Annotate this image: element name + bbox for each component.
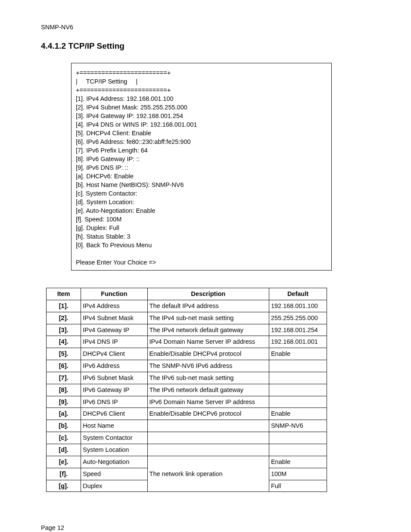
- terminal-line: [4]. IPv4 DNS or WINS IP: 192.168.001.00…: [76, 120, 327, 129]
- th-function: Function: [81, 288, 147, 300]
- table-header-row: Item Function Description Default: [47, 288, 327, 300]
- cell-item: [7].: [47, 372, 81, 384]
- cell-item: [2].: [47, 312, 81, 324]
- table-row: [4]. IPv4 DNS IP IPv4 Domain Name Server…: [47, 336, 327, 348]
- cell-item: [8].: [47, 384, 81, 396]
- cell-default: 192.168.001.254: [269, 324, 327, 336]
- settings-table: Item Function Description Default [1]. I…: [46, 288, 327, 492]
- table-row: [a]. DHCPv6 Client Enable/Disable DHCPv6…: [47, 408, 327, 420]
- cell-description: The IPv4 network default gateway: [147, 324, 269, 336]
- cell-default: 100M: [269, 468, 327, 480]
- cell-item: [3].: [47, 324, 81, 336]
- table-row: [9]. IPv6 DNS IP IPv6 Domain Name Server…: [47, 396, 327, 408]
- cell-default: 255.255.255.000: [269, 312, 327, 324]
- cell-function: DHCPv6 Client: [81, 408, 147, 420]
- cell-function: IPv6 Address: [81, 360, 147, 372]
- cell-default: [269, 444, 327, 456]
- table-row: [2]. IPv4 Subnet Mask The IPv4 sub-net m…: [47, 312, 327, 324]
- cell-item: [4].: [47, 336, 81, 348]
- terminal-title-row: | TCP/IP Setting |: [76, 77, 327, 86]
- cell-description: [147, 432, 269, 444]
- th-item: Item: [47, 288, 81, 300]
- cell-function: IPv6 DNS IP: [81, 396, 147, 408]
- cell-item: [a].: [47, 408, 81, 420]
- cell-description: [147, 444, 269, 456]
- cell-item: [6].: [47, 360, 81, 372]
- cell-default: [269, 432, 327, 444]
- cell-default: Full: [269, 480, 327, 492]
- cell-description: IPv4 Domain Name Server IP address: [147, 336, 269, 348]
- cell-item: [g].: [47, 480, 81, 492]
- terminal-prompt: Please Enter Your Choice =>: [76, 258, 327, 267]
- cell-description: The IPv4 sub-net mask setting: [147, 312, 269, 324]
- cell-function: Speed: [81, 468, 147, 480]
- table-row: [8]. IPv6 Gateway IP The IPv6 network de…: [47, 384, 327, 396]
- cell-default: 192.168.001.001: [269, 336, 327, 348]
- th-description: Description: [147, 288, 269, 300]
- table-row: [d]. System Location: [47, 444, 327, 456]
- cell-default: [269, 360, 327, 372]
- terminal-line: [8]. IPv6 Gateway IP: ::: [76, 155, 327, 163]
- terminal-border-bot: +========================+: [76, 86, 327, 94]
- terminal-line: [3]. IPv4 Gateway IP: 192.168.001.254: [76, 112, 327, 120]
- terminal-line: [1]. IPv4 Address: 192.168.001.100: [76, 94, 327, 103]
- table-row: [6]. IPv6 Address The SNMP-NV6 IPv6 addr…: [47, 360, 327, 372]
- cell-description: The default IPv4 address: [147, 300, 269, 312]
- terminal-line: [h]. Status Stable: 3: [76, 232, 327, 241]
- cell-function: System Location: [81, 444, 147, 456]
- cell-function: IPv6 Subnet Mask: [81, 372, 147, 384]
- cell-description: Enable/Disable DHCPv6 protocol: [147, 408, 269, 420]
- cell-item: [e].: [47, 456, 81, 468]
- terminal-line: [g]. Duplex: Full: [76, 224, 327, 232]
- cell-description: The IPv6 sub-net mask setting: [147, 372, 269, 384]
- terminal-line: [5]. DHCPv4 Client: Enable: [76, 129, 327, 137]
- cell-description: The IPv6 network default gateway: [147, 384, 269, 396]
- terminal-line: [a]. DHCPv6: Enable: [76, 172, 327, 180]
- cell-default: [269, 396, 327, 408]
- terminal-line: [f]. Speed: 100M: [76, 215, 327, 224]
- cell-item: [d].: [47, 444, 81, 456]
- cell-item: [f].: [47, 468, 81, 480]
- cell-function: IPv4 DNS IP: [81, 336, 147, 348]
- table-row: [1]. IPv4 Address The default IPv4 addre…: [47, 300, 327, 312]
- terminal-line: [c]. System Contactor:: [76, 189, 327, 198]
- terminal-line: [6]. IPv6 Address: fe80::230:abff:fe25:9…: [76, 137, 327, 146]
- terminal-line: [0]. Back To Previous Menu: [76, 241, 327, 249]
- cell-function: IPv4 Address: [81, 300, 147, 312]
- cell-item: [5].: [47, 348, 81, 360]
- cell-description: Enable/Disable DHCPv4 protocol: [147, 348, 269, 360]
- cell-function: Host Name: [81, 420, 147, 432]
- th-default: Default: [269, 288, 327, 300]
- terminal-line: [d]. System Location:: [76, 198, 327, 206]
- terminal-line: [b]. Host Name (NetBIOS): SNMP-NV6: [76, 180, 327, 189]
- cell-function: Auto-Negotiation: [81, 456, 147, 468]
- page-header: SNMP-NV6: [41, 24, 370, 31]
- cell-description: [147, 420, 269, 432]
- terminal-line: [2]. IPv4 Subnet Mask: 255.255.255.000: [76, 103, 327, 112]
- terminal-line: [9]. IPv6 DNS IP: ::: [76, 163, 327, 172]
- table-row: [e]. Auto-Negotiation The network link o…: [47, 456, 327, 468]
- cell-item: [b].: [47, 420, 81, 432]
- cell-function: System Contactor: [81, 432, 147, 444]
- terminal-blank: [76, 249, 327, 258]
- cell-function: IPv4 Gateway IP: [81, 324, 147, 336]
- cell-default: Enable: [269, 456, 327, 468]
- terminal-menu-box: +========================+ | TCP/IP Sett…: [71, 63, 332, 271]
- cell-default: 192.168.001.100: [269, 300, 327, 312]
- terminal-border-top: +========================+: [76, 68, 327, 77]
- cell-description: The SNMP-NV6 IPv6 address: [147, 360, 269, 372]
- table-row: [7]. IPv6 Subnet Mask The IPv6 sub-net m…: [47, 372, 327, 384]
- cell-item: [c].: [47, 432, 81, 444]
- page-footer: Page 12: [41, 524, 370, 531]
- cell-function: Duplex: [81, 480, 147, 492]
- cell-description: IPv6 Domain Name Server IP address: [147, 396, 269, 408]
- cell-item: [1].: [47, 300, 81, 312]
- table-row: [3]. IPv4 Gateway IP The IPv4 network de…: [47, 324, 327, 336]
- table-row: [c]. System Contactor: [47, 432, 327, 444]
- cell-function: DHCPv4 Client: [81, 348, 147, 360]
- table-row: [b]. Host Name SNMP-NV6: [47, 420, 327, 432]
- table-row: [5]. DHCPv4 Client Enable/Disable DHCPv4…: [47, 348, 327, 360]
- terminal-line: [7]. IPv6 Prefix Length: 64: [76, 146, 327, 155]
- cell-function: IPv4 Subnet Mask: [81, 312, 147, 324]
- terminal-line: [e]. Auto-Negotiation: Enable: [76, 206, 327, 215]
